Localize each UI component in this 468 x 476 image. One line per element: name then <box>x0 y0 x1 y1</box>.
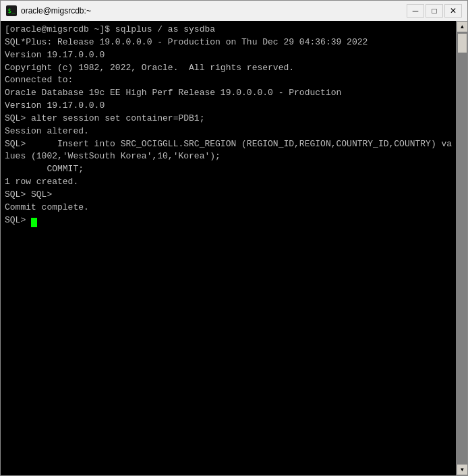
terminal-cursor <box>31 218 37 227</box>
terminal-line: SQL> alter session set container=PDB1; <box>5 113 452 125</box>
maximize-button[interactable]: □ <box>426 4 443 18</box>
terminal-line: 1 row created. <box>5 176 452 189</box>
terminal-line: SQL*Plus: Release 19.0.0.0.0 - Productio… <box>5 36 452 49</box>
scroll-thumb[interactable] <box>457 33 467 53</box>
terminal-line: SQL> Insert into SRC_OCIGGLL.SRC_REGION … <box>5 138 452 151</box>
terminal-line: SQL> SQL> <box>5 189 452 202</box>
close-button[interactable]: ✕ <box>444 4 462 18</box>
terminal-line: Copyright (c) 1982, 2022, Oracle. All ri… <box>5 62 452 75</box>
title-bar: $_ oracle@migsrcdb:~ ─ □ ✕ <box>1 1 467 21</box>
scroll-up-button[interactable]: ▲ <box>457 21 467 32</box>
terminal-line: Connected to: <box>5 74 452 87</box>
terminal-wrapper: [oracle@migsrcdb ~]$ sqlplus / as sysdba… <box>1 21 467 475</box>
title-bar-text: oracle@migsrcdb:~ <box>21 6 407 16</box>
terminal-line: Session altered. <box>5 125 452 138</box>
title-bar-icon: $_ <box>6 5 17 16</box>
scrollbar[interactable]: ▲ ▼ <box>456 21 467 475</box>
window-container: $_ oracle@migsrcdb:~ ─ □ ✕ [oracle@migsr… <box>0 0 468 476</box>
terminal-main[interactable]: [oracle@migsrcdb ~]$ sqlplus / as sysdba… <box>1 21 456 475</box>
scroll-track <box>457 32 467 464</box>
terminal-line: Oracle Database 19c EE High Perf Release… <box>5 87 452 100</box>
terminal-line: Version 19.17.0.0.0 <box>5 49 452 62</box>
terminal-line: SQL> <box>5 214 452 227</box>
terminal-line: Version 19.17.0.0.0 <box>5 100 452 113</box>
scroll-down-button[interactable]: ▼ <box>457 464 467 475</box>
terminal-line: COMMIT; <box>5 163 452 176</box>
terminal-line: Commit complete. <box>5 202 452 214</box>
title-bar-controls: ─ □ ✕ <box>407 4 462 18</box>
minimize-button[interactable]: ─ <box>407 4 424 18</box>
terminal-line: lues (1002,'WestSouth Korea',10,'Korea')… <box>5 150 452 163</box>
terminal-line: [oracle@migsrcdb ~]$ sqlplus / as sysdba <box>5 24 452 36</box>
